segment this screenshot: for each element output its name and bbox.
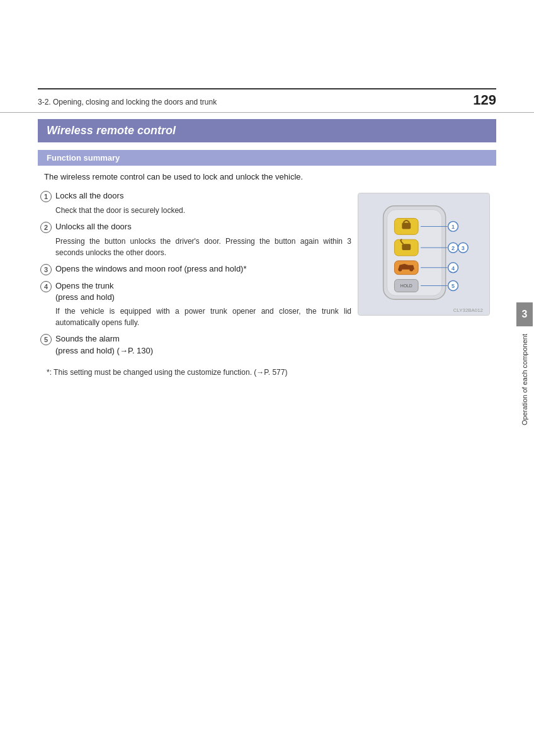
svg-text:3: 3 xyxy=(462,245,465,251)
page-container: 3-2. Opening, closing and locking the do… xyxy=(0,88,534,756)
list-item: 5 Sounds the alarm(press and hold) (→P. … xyxy=(40,333,351,356)
item-1-desc: Check that the door is securely locked. xyxy=(55,205,351,216)
list-item: 1 Locks all the doors xyxy=(40,190,351,202)
svg-text:2: 2 xyxy=(452,245,455,251)
item-number-5: 5 xyxy=(40,334,52,345)
item-4-title: Opens the trunk(press and hold) xyxy=(55,280,115,303)
item-1-title: Locks all the doors xyxy=(55,190,123,202)
remote-image: HOLD 1 2 3 xyxy=(358,193,490,316)
two-column-layout: 1 Locks all the doors Check that the doo… xyxy=(38,190,496,378)
remote-image-column: HOLD 1 2 3 xyxy=(358,190,496,378)
item-2-desc: Pressing the button unlocks the driver's… xyxy=(55,236,351,258)
item-3-title: Opens the windows and moon roof (press a… xyxy=(55,263,247,275)
svg-text:5: 5 xyxy=(452,283,455,289)
svg-text:4: 4 xyxy=(452,265,455,272)
header-bar: 3-2. Opening, closing and locking the do… xyxy=(0,89,534,113)
right-sidebar: 3 Operation of each component xyxy=(515,176,534,554)
page-number: 129 xyxy=(473,92,496,108)
list-item: 4 Opens the trunk(press and hold) xyxy=(40,280,351,303)
svg-rect-4 xyxy=(402,223,411,229)
intro-text: The wireless remote control can be used … xyxy=(44,172,490,181)
items-column: 1 Locks all the doors Check that the doo… xyxy=(38,190,358,378)
section-title: Wireless remote control xyxy=(47,124,176,137)
item-number-1: 1 xyxy=(40,191,52,202)
item-number-2: 2 xyxy=(40,222,52,233)
remote-svg: HOLD 1 2 3 xyxy=(358,193,489,315)
svg-rect-6 xyxy=(402,244,411,250)
item-5-title: Sounds the alarm(press and hold) (→P. 13… xyxy=(55,333,153,356)
chapter-tab: 3 xyxy=(516,302,533,326)
footnote: *: This setting must be changed using th… xyxy=(47,367,351,378)
item-4-desc: If the vehicle is equipped with a power … xyxy=(55,306,351,328)
item-number-3: 3 xyxy=(40,264,52,275)
svg-point-9 xyxy=(409,268,413,272)
chapter-label: Operation of each component xyxy=(521,334,528,425)
svg-point-8 xyxy=(398,268,402,272)
svg-text:CLY32BA012: CLY32BA012 xyxy=(453,307,483,313)
subsection-bar: Function summary xyxy=(38,150,496,166)
section-title-bar: Wireless remote control xyxy=(38,119,496,142)
main-content: Wireless remote control Function summary… xyxy=(0,119,534,378)
subsection-title: Function summary xyxy=(47,153,120,163)
svg-text:1: 1 xyxy=(452,224,455,230)
header-title: 3-2. Opening, closing and locking the do… xyxy=(38,98,217,106)
svg-text:HOLD: HOLD xyxy=(401,284,412,288)
list-item: 2 Unlocks all the doors xyxy=(40,221,351,233)
item-2-title: Unlocks all the doors xyxy=(55,221,132,232)
item-number-4: 4 xyxy=(40,281,52,292)
list-item: 3 Opens the windows and moon roof (press… xyxy=(40,263,351,275)
chapter-number: 3 xyxy=(522,309,528,319)
